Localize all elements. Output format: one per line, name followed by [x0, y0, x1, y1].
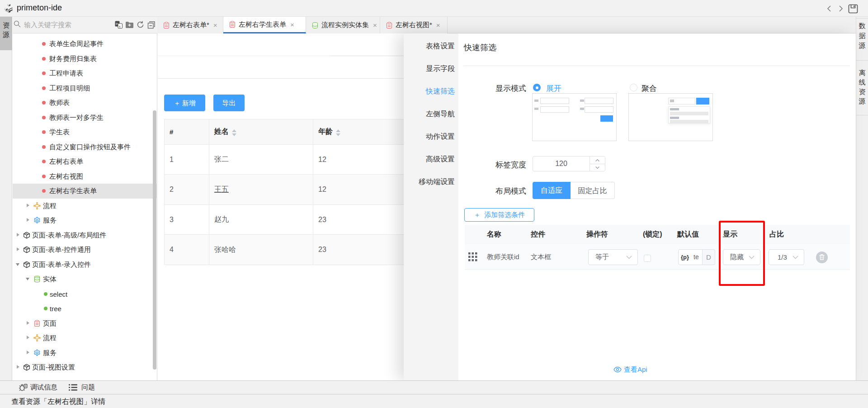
svg-text:x: x	[119, 25, 121, 28]
